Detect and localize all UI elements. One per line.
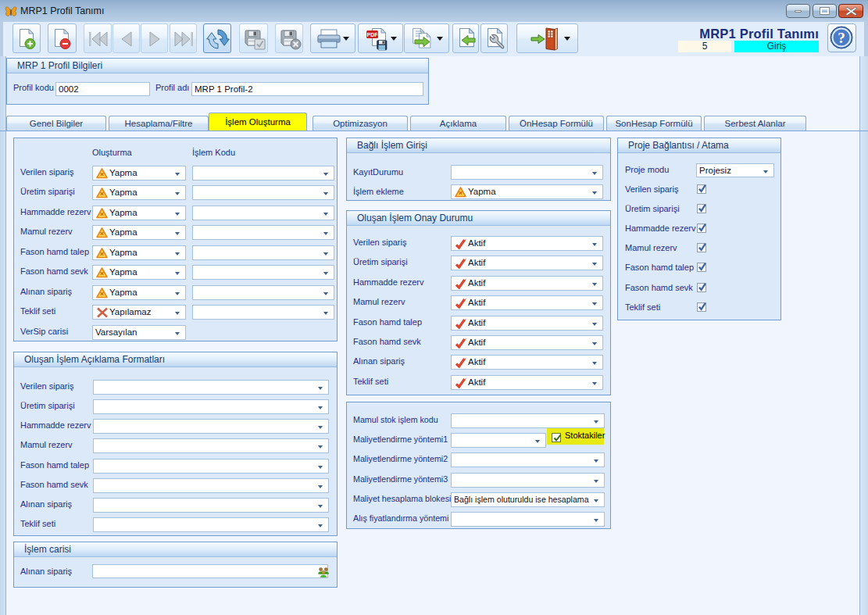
svg-text:?: ?	[838, 30, 845, 46]
svg-text:PDF: PDF	[367, 32, 379, 38]
